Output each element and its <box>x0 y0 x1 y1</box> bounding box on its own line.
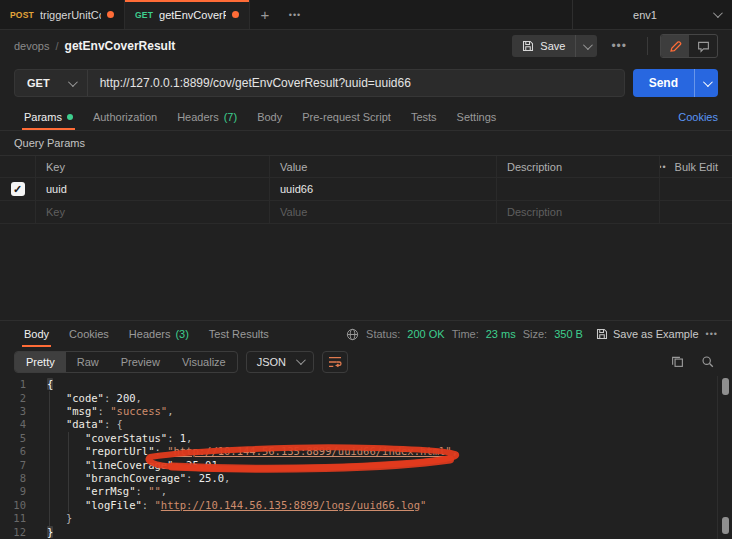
view-mode-pretty[interactable]: Pretty <box>15 352 66 372</box>
tab-label: Headers <box>177 111 219 123</box>
breadcrumb-workspace[interactable]: devops <box>14 40 49 52</box>
tab-options-button[interactable]: ••• <box>280 0 310 29</box>
tab-pre-request-script[interactable]: Pre-request Script <box>292 104 401 130</box>
wrap-lines-button[interactable] <box>322 351 348 373</box>
line-number: 6 <box>0 445 34 458</box>
method-selector[interactable]: GET <box>15 70 88 96</box>
status-label: Status: <box>366 328 400 340</box>
copy-response-button[interactable] <box>666 355 688 368</box>
tab-tests[interactable]: Tests <box>401 104 447 130</box>
response-toolbar: PrettyRawPreviewVisualize JSON <box>0 347 732 376</box>
scrollbar-thumb[interactable] <box>722 517 729 534</box>
tab-params[interactable]: Params <box>14 104 83 130</box>
save-button-group: Save <box>512 35 597 57</box>
code-line: 11 } <box>0 512 732 525</box>
line-number: 9 <box>0 485 34 498</box>
request-tab-getenvcoverresult[interactable]: GET getEnvCoverResult <box>125 0 250 29</box>
divider <box>647 37 648 55</box>
tab-title: triggerUnitCover <box>40 9 101 21</box>
scrollbar-thumb[interactable] <box>722 378 729 395</box>
response-body-viewer[interactable]: 1{2 "code": 200,3 "msg": "success",4 "da… <box>0 376 732 539</box>
response-tab-body[interactable]: Body <box>14 321 59 347</box>
param-key-placeholder[interactable]: Key <box>36 201 270 223</box>
save-button-label: Save <box>540 40 565 52</box>
cookies-link[interactable]: Cookies <box>678 111 718 123</box>
request-more-options-button[interactable]: ••• <box>603 39 635 53</box>
globe-icon[interactable] <box>346 328 359 341</box>
param-key-input[interactable]: uuid <box>36 178 270 200</box>
comments-button[interactable] <box>689 35 717 57</box>
tab-authorization[interactable]: Authorization <box>83 104 167 130</box>
unsaved-dot-icon <box>232 11 239 18</box>
row-checkbox[interactable]: ✓ <box>11 182 25 196</box>
environment-selector[interactable]: env1 <box>572 0 732 29</box>
response-tab-cookies[interactable]: Cookies <box>59 321 119 347</box>
plus-icon: + <box>261 6 270 23</box>
time-value: 23 ms <box>486 328 516 340</box>
tab-label: Body <box>24 328 49 340</box>
response-url-link[interactable]: http://10.144.56.135:8899/uuid66/index.h… <box>173 445 445 457</box>
column-header-description: Description <box>497 156 660 177</box>
save-options-caret[interactable] <box>575 35 597 57</box>
tab-count-badge: (3) <box>175 328 188 340</box>
response-tab-headers[interactable]: Headers(3) <box>119 321 199 347</box>
breadcrumb-separator: / <box>55 40 58 52</box>
format-selected: JSON <box>257 356 286 368</box>
code-line: 2 "code": 200, <box>0 392 732 405</box>
new-tab-button[interactable]: + <box>250 0 280 29</box>
send-button-group: Send <box>633 69 718 97</box>
tab-body[interactable]: Body <box>247 104 292 130</box>
comment-icon <box>697 40 710 53</box>
line-number: 2 <box>0 392 34 405</box>
url-builder: GET http://127.0.0.1:8899/cov/getEnvCove… <box>0 62 732 104</box>
more-dots-icon: ••• <box>706 329 718 339</box>
save-button[interactable]: Save <box>512 40 575 52</box>
line-number: 10 <box>0 499 34 512</box>
method-badge-post: POST <box>10 10 34 20</box>
breadcrumb-request-name: getEnvCoverResult <box>65 39 176 53</box>
workspace-tab-bar: POST triggerUnitCover GET getEnvCoverRes… <box>0 0 732 30</box>
line-number: 3 <box>0 405 34 418</box>
line-number: 8 <box>0 472 34 485</box>
tab-settings[interactable]: Settings <box>447 104 507 130</box>
view-mode-visualize[interactable]: Visualize <box>171 352 237 372</box>
save-as-example-button[interactable]: Save as Example <box>596 328 699 340</box>
indent-guide <box>68 432 69 512</box>
line-number: 4 <box>0 418 34 431</box>
save-floppy-icon <box>596 328 608 340</box>
search-response-button[interactable] <box>696 355 718 368</box>
request-tab-triggerunitcover[interactable]: POST triggerUnitCover <box>0 0 125 29</box>
param-description-placeholder[interactable]: Description <box>497 201 660 223</box>
send-button[interactable]: Send <box>633 69 694 97</box>
tab-label: Params <box>24 111 62 123</box>
param-value-input[interactable]: uuid66 <box>270 178 497 200</box>
code-line: 3 "msg": "success", <box>0 405 732 418</box>
select-all-cell <box>0 156 36 177</box>
code-line: 1{ <box>0 378 732 391</box>
unsaved-dot-icon <box>107 11 114 18</box>
environment-name: env1 <box>585 9 705 21</box>
response-tab-test-results[interactable]: Test Results <box>199 321 279 347</box>
send-options-caret[interactable] <box>694 69 718 97</box>
view-mode-raw[interactable]: Raw <box>66 352 110 372</box>
code-line: 6 "reportUrl": "http://10.144.56.135:889… <box>0 445 732 458</box>
edit-documentation-button[interactable] <box>661 35 689 57</box>
response-scrollbar[interactable] <box>717 376 732 539</box>
code-line: 10 "logFile": "http://10.144.56.135:8899… <box>0 499 732 512</box>
chevron-down-icon <box>583 40 593 50</box>
empty-area <box>0 224 732 320</box>
response-more-options-button[interactable]: ••• <box>706 329 718 339</box>
response-url-link[interactable]: http://10.144.56.135:8899/logs/uuid66.lo… <box>161 499 420 511</box>
param-value-placeholder[interactable]: Value <box>270 201 497 223</box>
search-icon <box>701 355 714 368</box>
tab-label: Cookies <box>69 328 109 340</box>
response-code: 1{2 "code": 200,3 "msg": "success",4 "da… <box>0 376 732 539</box>
param-description-input[interactable] <box>497 178 660 200</box>
line-number: 12 <box>0 526 34 539</box>
bulk-edit-button[interactable]: Bulk Edit <box>675 161 718 173</box>
format-selector[interactable]: JSON <box>246 351 314 373</box>
url-input[interactable]: http://127.0.0.1:8899/cov/getEnvCoverRes… <box>88 70 624 96</box>
more-dots-icon[interactable]: ••• <box>660 162 667 172</box>
view-mode-preview[interactable]: Preview <box>110 352 171 372</box>
tab-headers[interactable]: Headers(7) <box>167 104 247 130</box>
